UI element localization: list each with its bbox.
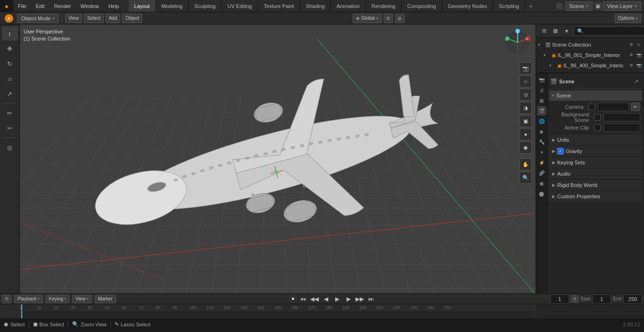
add-workspace-button[interactable]: + <box>525 2 537 10</box>
zoom-view-status[interactable]: 🔍 Zoom View <box>72 321 107 327</box>
view-dropdown[interactable]: View ▾ <box>72 295 92 303</box>
workspace-texture-paint[interactable]: Texture Paint <box>258 0 300 12</box>
transform-tool[interactable]: ↗ <box>2 87 18 101</box>
workspace-compositing[interactable]: Compositing <box>402 0 442 12</box>
viewport-hand-tool[interactable]: ✋ <box>520 158 532 170</box>
viewport-camera-btn[interactable]: 📷 <box>520 62 532 74</box>
audio-header[interactable]: ▶ Audio <box>549 169 642 179</box>
active-clip-color-btn[interactable] <box>594 124 601 131</box>
timeline-icon[interactable]: ⏱ <box>2 295 11 303</box>
current-frame-input[interactable] <box>550 294 569 304</box>
record-btn[interactable]: ⏺ <box>289 295 297 303</box>
scene-section-header[interactable]: ▾ Scene <box>549 90 642 101</box>
view-layer-icon[interactable]: ▦ <box>594 2 602 10</box>
prev-frame-btn[interactable]: ◀ <box>321 294 331 304</box>
prev-keyframe-btn[interactable]: ◀◀ <box>309 294 320 304</box>
viewport-gizmo[interactable]: X Y Z <box>504 28 532 57</box>
cursor-tool[interactable]: ◎ <box>2 140 18 154</box>
scene-collection-root[interactable]: ▾ 🎬 Scene Collection 👁 ⊙ <box>536 40 644 50</box>
box-select-status[interactable]: ▣ Box Select <box>33 321 65 327</box>
viewport-shading-wire[interactable]: ▣ <box>520 115 532 127</box>
skip-start-btn[interactable]: ⏮ <box>298 294 308 304</box>
prop-icon-material[interactable]: ⬤ <box>537 189 546 198</box>
end-frame-input[interactable] <box>623 294 642 304</box>
workspace-scripting[interactable]: Scripting <box>493 0 525 12</box>
units-section-header[interactable]: ▶ Units <box>549 135 642 145</box>
custom-props-header[interactable]: ▶ Custom Properties <box>549 191 642 202</box>
prop-icon-modifier[interactable]: 🔧 <box>537 137 546 146</box>
view-layer-selector[interactable]: View Layer ▾ <box>603 1 641 11</box>
workspace-uv-editing[interactable]: UV Editing <box>222 0 258 12</box>
prop-icon-scene[interactable]: 🎬 <box>537 106 546 115</box>
select-status[interactable]: ◉ Select <box>4 321 25 327</box>
prop-icon-view-layer[interactable]: ▦ <box>537 96 546 105</box>
eye-icon-1[interactable]: 👁 <box>628 52 635 58</box>
prop-icon-physics[interactable]: ⚡ <box>537 158 546 167</box>
render-icon-1[interactable]: 📷 <box>636 52 642 58</box>
viewport-zoom-btn[interactable]: 🔍 <box>520 171 532 184</box>
menu-window[interactable]: Window <box>76 0 104 12</box>
exclude-icon[interactable]: 👁 <box>628 41 635 48</box>
scale-tool[interactable]: ▱ <box>2 72 18 86</box>
lasso-select-status[interactable]: ✎ Lasso Select <box>115 321 150 327</box>
annotate-tool[interactable]: ✏ <box>2 106 18 120</box>
viewport-render-btn[interactable]: ☆ <box>520 75 532 88</box>
3d-viewport[interactable]: User Perspective (1) Scene Collection X … <box>20 24 536 293</box>
move-tool[interactable]: ✥ <box>2 41 18 56</box>
menu-help[interactable]: Help <box>104 0 124 12</box>
prop-icon-world[interactable]: 🌐 <box>537 116 546 126</box>
panel-search-input[interactable] <box>574 26 644 36</box>
camera-value[interactable] <box>598 103 629 111</box>
prop-icon-data[interactable]: ▣ <box>537 178 546 188</box>
workspace-shading[interactable]: Shading <box>300 0 331 12</box>
panel-icon-btn-1[interactable]: ⊞ <box>539 26 549 36</box>
active-clip-value[interactable] <box>603 123 641 132</box>
viewport-shading-solid[interactable]: ◑ <box>520 102 532 114</box>
object-mode-selector[interactable]: Object Mode ▾ <box>17 14 59 23</box>
workspace-geometry-nodes[interactable]: Geometry Nodes <box>442 0 493 12</box>
add-menu[interactable]: Add <box>106 14 121 23</box>
viewport-overlay-btn[interactable]: ⊙ <box>520 89 532 101</box>
play-btn[interactable]: ▶ <box>332 294 342 304</box>
playback-dropdown[interactable]: Playback ▾ <box>14 295 43 303</box>
render-icon-2[interactable]: 📷 <box>636 62 642 69</box>
select-tool[interactable]: ↕ <box>2 26 18 40</box>
prop-icon-object[interactable]: ◉ <box>537 127 546 136</box>
camera-edit-btn[interactable]: ✏ <box>631 103 640 111</box>
workspace-sculpting[interactable]: Sculpting <box>189 0 222 12</box>
prop-icon-particles[interactable]: ✦ <box>537 147 546 157</box>
start-frame-input[interactable] <box>592 294 611 304</box>
next-frame-btn[interactable]: ▶ <box>343 294 354 304</box>
proportional-edit[interactable]: ◎ <box>395 14 405 23</box>
measure-tool[interactable]: ✂ <box>2 121 18 135</box>
menu-edit[interactable]: Edit <box>31 0 50 12</box>
options-button[interactable]: Options ▾ <box>615 14 641 23</box>
prop-icon-constraints[interactable]: 🔗 <box>537 168 546 178</box>
eye-icon-2[interactable]: 👁 <box>628 62 635 69</box>
workspace-layout[interactable]: Layout <box>129 0 156 12</box>
select-menu[interactable]: Select <box>84 14 104 23</box>
workspace-modeling[interactable]: Modeling <box>156 0 189 12</box>
tree-item-2[interactable]: ▾ ▣ IL_96_400_Simple_Interic 👁 📷 <box>536 60 644 71</box>
tree-item-1[interactable]: ▾ ▣ IL_96_001_Simple_Interior 👁 📷 <box>536 50 644 60</box>
view-menu[interactable]: View <box>65 14 82 23</box>
marker-dropdown[interactable]: Marker <box>95 295 116 303</box>
gravity-section-header[interactable]: ▶ ✓ Gravity <box>549 146 642 156</box>
keying-dropdown[interactable]: Keying ▾ <box>46 295 70 303</box>
panel-filter-icon[interactable]: ▼ <box>561 26 572 36</box>
bg-scene-color-btn[interactable] <box>594 114 601 121</box>
skip-end-btn[interactable]: ⏭ <box>366 294 376 304</box>
gravity-checkbox[interactable]: ✓ <box>557 148 564 154</box>
props-expand-icon[interactable]: ↗ <box>631 77 641 86</box>
prop-icon-render[interactable]: 📷 <box>537 75 546 84</box>
timeline-ruler-track[interactable]: 0 10 20 30 40 50 60 70 80 90 100 110 120… <box>20 304 536 318</box>
workspace-animation[interactable]: Animation <box>331 0 366 12</box>
transform-selector[interactable]: ⊕ Global ▾ <box>353 14 382 23</box>
scene-selector[interactable]: Scene ▾ <box>565 1 593 11</box>
snap-toggle[interactable]: ⊙ <box>384 14 393 23</box>
menu-file[interactable]: File <box>13 0 31 12</box>
rigid-body-header[interactable]: ▶ Rigid Body World <box>549 180 642 190</box>
camera-color-btn[interactable] <box>588 104 595 110</box>
scene-icon[interactable] <box>556 2 563 10</box>
viewport-shading-mat[interactable]: ● <box>520 128 532 140</box>
